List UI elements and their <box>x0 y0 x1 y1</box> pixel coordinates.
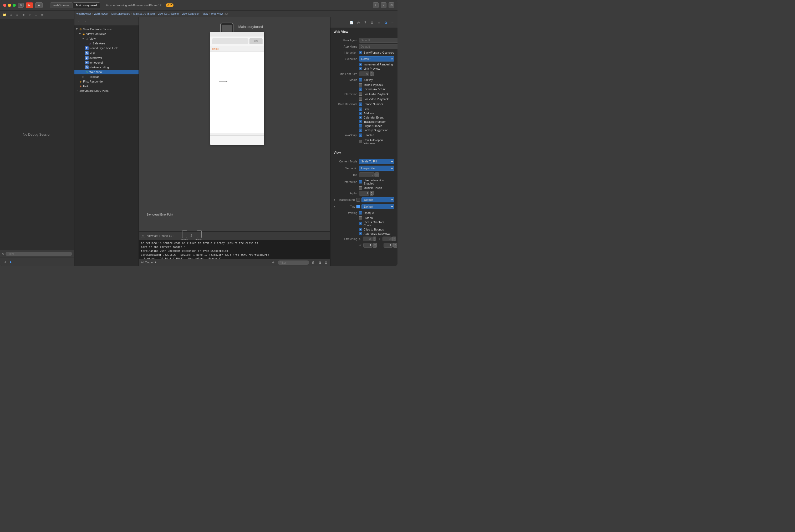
debug-filter-input[interactable] <box>5 252 72 256</box>
multitouch-checkbox[interactable] <box>359 186 362 190</box>
vc-phone-frame[interactable]: 이동 pinkco <box>210 32 264 145</box>
breadcrumb-mainstoryboard[interactable]: Main.storyboard <box>112 12 130 15</box>
appname-input[interactable] <box>359 44 398 49</box>
minfont-down[interactable]: ▼ <box>370 74 374 76</box>
breadcrumb-vcscene[interactable]: View Co...r Scene <box>158 12 179 15</box>
tree-item-entrypoint[interactable]: → Storyboard Entry Point <box>74 89 138 93</box>
dd-flight-checkbox[interactable] <box>359 124 362 128</box>
maximize-button[interactable] <box>13 4 16 7</box>
sh-up[interactable]: ▲ <box>393 243 397 245</box>
dd-tracking-checkbox[interactable] <box>359 120 362 123</box>
semantic-select[interactable]: Unspecified <box>359 166 394 171</box>
right-panel-btn[interactable]: ⊡ <box>389 2 394 8</box>
thread-icon[interactable]: ≣ <box>40 12 45 17</box>
breadcrumb-vc[interactable]: View Controller <box>182 12 200 15</box>
breadcrumb-base[interactable]: Main.st...rd (Base) <box>133 12 155 15</box>
cpu-icon[interactable]: □ <box>34 12 38 17</box>
background-select[interactable]: Default <box>361 197 394 203</box>
user-interaction-checkbox[interactable] <box>359 180 362 184</box>
minimize-button[interactable] <box>8 4 11 7</box>
tree-item-view[interactable]: ▶ □ View <box>74 36 138 41</box>
tree-item-everdevel[interactable]: B everdevel <box>74 55 138 60</box>
tree-item-textfield[interactable]: F Round Style Text Field <box>74 46 138 51</box>
location-icon[interactable]: ◈ <box>21 12 26 17</box>
tree-item-startwebcoding[interactable]: B startwebcoding <box>74 65 138 70</box>
dd-calendar-checkbox[interactable] <box>359 116 362 119</box>
sh-down[interactable]: ▼ <box>393 245 397 248</box>
device-icon[interactable] <box>182 230 187 238</box>
dd-lookup-checkbox[interactable] <box>359 129 362 132</box>
console-filter-input[interactable] <box>278 261 309 265</box>
minfont-up[interactable]: ▲ <box>370 72 374 74</box>
insp-layout-icon[interactable]: ⊞ <box>369 20 375 25</box>
inline-checkbox[interactable] <box>359 83 362 87</box>
sw-up[interactable]: ▲ <box>373 243 377 245</box>
alpha-up[interactable]: ▲ <box>370 191 374 193</box>
sx-down[interactable]: ▼ <box>373 239 376 241</box>
breadcrumb-nav-arrows[interactable]: › <box>227 12 228 15</box>
tree-item-firstresponder[interactable]: ⊕ First Responder <box>74 79 138 84</box>
nav-next-btn[interactable]: › <box>83 19 88 24</box>
clips-checkbox[interactable] <box>359 228 362 231</box>
autoresize-checkbox[interactable] <box>359 232 362 235</box>
useragent-input[interactable] <box>359 38 398 43</box>
tree-item-safearea[interactable]: ⊘ Safe Area <box>74 41 138 46</box>
bg-plus-btn[interactable]: + <box>334 198 335 201</box>
stretching-h-input[interactable] <box>383 243 393 248</box>
folder-icon[interactable]: 📁 <box>2 12 7 17</box>
contentmode-select[interactable]: Scale To Fill <box>359 159 394 164</box>
backforward-checkbox[interactable] <box>359 51 362 54</box>
storyboard-canvas[interactable]: Main storyboard 이동 <box>139 17 330 240</box>
warning-badge[interactable]: ⚠ 2 <box>166 3 173 7</box>
breadcrumb-webview[interactable]: Web View <box>211 12 223 15</box>
selection-select[interactable]: Default <box>359 56 394 61</box>
all-output-selector[interactable]: All Output ✦ <box>141 261 157 264</box>
alpha-input[interactable] <box>359 191 370 195</box>
insp-history-icon[interactable]: ◷ <box>356 20 361 25</box>
insp-file-icon[interactable]: 📄 <box>348 20 354 25</box>
stretching-x-input[interactable] <box>363 236 372 241</box>
tree-item-webview[interactable]: ⊙ Web View <box>74 70 138 74</box>
add-btn[interactable]: + <box>373 2 379 8</box>
nav-prev-btn[interactable]: ‹ <box>76 19 81 24</box>
close-button[interactable] <box>3 4 6 7</box>
tag-down[interactable]: ▼ <box>375 175 379 177</box>
opaque-checkbox[interactable] <box>359 211 362 214</box>
tag-input[interactable] <box>359 172 375 177</box>
sx-up[interactable]: ▲ <box>373 236 376 239</box>
js-enabled-checkbox[interactable] <box>359 134 362 137</box>
breadcrumb-webbrowser2[interactable]: webBrowser <box>94 12 108 15</box>
hidden-checkbox[interactable] <box>359 216 362 220</box>
sw-down[interactable]: ▼ <box>373 245 377 248</box>
pip-checkbox[interactable] <box>359 88 362 91</box>
insp-format-icon[interactable]: ≡ <box>376 20 382 25</box>
tab-mainstoryboard[interactable]: Main.storyboard <box>73 2 100 8</box>
breadcrumb-webbrowser[interactable]: webBrowser <box>76 12 91 15</box>
clears-checkbox[interactable] <box>359 222 362 225</box>
layout-toggle-btn[interactable]: ⊡ <box>141 234 145 238</box>
tint-select[interactable]: Default <box>361 204 394 209</box>
console-expand-btn[interactable]: ⊠ <box>324 261 328 265</box>
incremental-checkbox[interactable] <box>359 63 362 66</box>
tree-item-vc[interactable]: ▶ ◉ View Controller <box>74 32 138 36</box>
stretching-y-input[interactable] <box>382 236 392 241</box>
tree-item-vcscene[interactable]: ▶ ⊡ View Controller Scene <box>74 27 138 32</box>
tag-up[interactable]: ▲ <box>375 172 379 175</box>
sy-down[interactable]: ▼ <box>392 239 396 241</box>
console-split-btn[interactable]: ⊟ <box>318 261 322 265</box>
sidebar-toggle-btn[interactable]: ⊟ <box>18 3 24 7</box>
minfont-input[interactable] <box>359 72 370 76</box>
tree-item-tomodevel[interactable]: B tomodevel <box>74 60 138 65</box>
appearance-icon[interactable] <box>197 230 202 238</box>
tree-item-move-btn[interactable]: B 이동 <box>74 51 138 55</box>
js-auto-checkbox[interactable] <box>359 140 362 143</box>
console-clear-btn[interactable]: 🗑 <box>311 261 316 265</box>
tree-item-exit[interactable]: ⊗ Exit <box>74 84 138 89</box>
stretching-w-input[interactable] <box>363 243 373 248</box>
run-button[interactable]: ▶ <box>26 2 33 8</box>
memory-icon[interactable]: ○ <box>27 12 32 17</box>
linkpreview-checkbox[interactable] <box>359 67 362 70</box>
video-checkbox[interactable] <box>359 97 362 101</box>
dd-link-checkbox[interactable] <box>359 108 362 111</box>
tint-plus-btn[interactable]: + <box>334 205 335 208</box>
